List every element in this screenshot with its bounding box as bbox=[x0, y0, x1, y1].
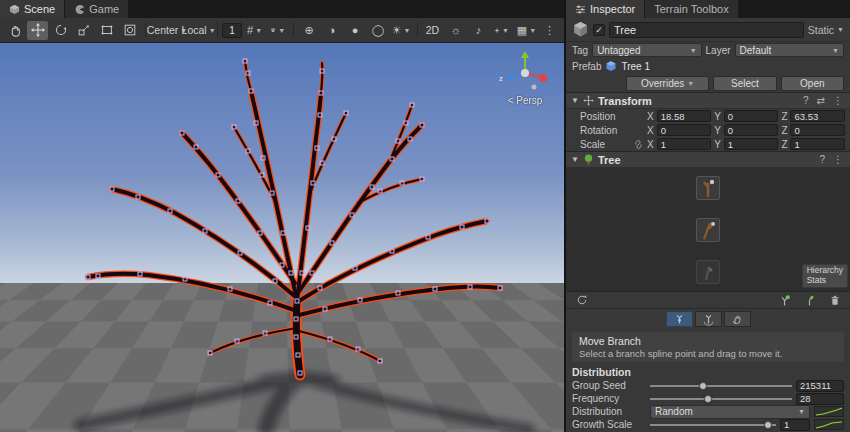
spline-point[interactable] bbox=[208, 351, 213, 356]
spline-point[interactable] bbox=[344, 111, 349, 116]
move-branch-tool[interactable] bbox=[666, 311, 693, 327]
help-icon[interactable]: ? bbox=[817, 154, 827, 165]
spline-point[interactable] bbox=[254, 121, 259, 126]
spline-point[interactable] bbox=[396, 139, 401, 144]
refresh-button[interactable] bbox=[571, 291, 592, 310]
add-branch-group-button[interactable] bbox=[774, 291, 795, 310]
spline-point[interactable] bbox=[216, 173, 221, 178]
spline-point[interactable] bbox=[138, 272, 143, 277]
spline-point[interactable] bbox=[356, 347, 361, 352]
frequency-field[interactable] bbox=[796, 393, 844, 405]
rotation-z-field[interactable] bbox=[790, 124, 845, 136]
spline-point[interactable] bbox=[300, 271, 305, 276]
spline-point[interactable] bbox=[183, 277, 188, 282]
spline-point[interactable] bbox=[315, 146, 320, 151]
spline-point[interactable] bbox=[485, 219, 490, 224]
spline-point[interactable] bbox=[246, 71, 251, 76]
spline-point[interactable] bbox=[420, 123, 425, 128]
spline-point[interactable] bbox=[330, 241, 335, 246]
scene-lighting-button[interactable]: ☼ bbox=[445, 21, 466, 40]
spline-point[interactable] bbox=[263, 331, 268, 336]
grid-snap-dropdown[interactable]: #▼ bbox=[244, 21, 265, 40]
growth-scale-curve-field[interactable] bbox=[814, 419, 844, 430]
tab-terrain-toolbox[interactable]: Terrain Toolbox bbox=[645, 0, 738, 18]
spline-point[interactable] bbox=[306, 226, 311, 231]
spline-point[interactable] bbox=[298, 371, 303, 376]
transform-tool-button[interactable] bbox=[119, 21, 140, 40]
spline-point[interactable] bbox=[228, 287, 233, 292]
spline-point[interactable] bbox=[268, 301, 273, 306]
spline-point[interactable] bbox=[235, 339, 240, 344]
spline-point[interactable] bbox=[353, 266, 358, 271]
spline-point[interactable] bbox=[328, 337, 333, 342]
scale-z-field[interactable] bbox=[790, 138, 845, 150]
grid-size-field[interactable] bbox=[222, 23, 242, 38]
spline-point[interactable] bbox=[280, 263, 285, 268]
spline-point[interactable] bbox=[390, 157, 395, 162]
open-button[interactable]: Open bbox=[781, 76, 844, 91]
scale-x-field[interactable] bbox=[657, 138, 712, 150]
spline-point[interactable] bbox=[168, 209, 173, 214]
spline-point[interactable] bbox=[296, 353, 301, 358]
distribution-dropdown[interactable]: Random▼ bbox=[650, 405, 810, 419]
gizmo-center[interactable] bbox=[521, 69, 529, 77]
spline-point[interactable] bbox=[310, 271, 315, 276]
free-hand-tool[interactable] bbox=[724, 311, 751, 327]
spline-point[interactable] bbox=[318, 286, 323, 291]
gizmo-x-handle[interactable] bbox=[539, 74, 547, 82]
2d-toggle-button[interactable]: 2D bbox=[422, 21, 443, 40]
spline-point[interactable] bbox=[410, 103, 415, 108]
tag-dropdown[interactable]: Untagged▼ bbox=[592, 43, 701, 57]
spline-point[interactable] bbox=[460, 225, 465, 230]
spline-point[interactable] bbox=[246, 149, 251, 154]
kebab-menu-icon[interactable]: ⋮ bbox=[831, 95, 845, 106]
tree-component-header[interactable]: ▼ Tree ? ⋮ bbox=[566, 151, 850, 168]
spline-point[interactable] bbox=[332, 137, 337, 142]
tab-scene[interactable]: Scene bbox=[0, 0, 65, 18]
rect-tool-button[interactable] bbox=[96, 21, 117, 40]
pan-tool-button[interactable] bbox=[4, 21, 25, 40]
spline-point[interactable] bbox=[390, 249, 395, 254]
spline-point[interactable] bbox=[238, 251, 243, 256]
spline-point[interactable] bbox=[468, 285, 473, 290]
presets-icon[interactable]: ⇄ bbox=[815, 95, 827, 106]
rotate-tool-button[interactable] bbox=[50, 21, 71, 40]
tree-hierarchy-canvas[interactable]: Hierarchy Stats bbox=[566, 168, 850, 292]
position-x-field[interactable] bbox=[657, 110, 712, 122]
kebab-menu-icon[interactable]: ⋮ bbox=[831, 154, 845, 165]
frequency-slider[interactable] bbox=[650, 393, 792, 405]
spline-point[interactable] bbox=[378, 189, 383, 194]
spline-point[interactable] bbox=[194, 145, 199, 150]
pivot-mode-dropdown[interactable]: Center ▼ bbox=[150, 21, 181, 40]
gizmo-negative-axis-handle[interactable] bbox=[532, 85, 537, 90]
gizmo-z-cone[interactable] bbox=[504, 74, 513, 80]
snap-toggle-button[interactable]: ▼ bbox=[267, 21, 288, 40]
gameobject-name-field[interactable] bbox=[609, 22, 804, 38]
delete-node-button[interactable] bbox=[824, 291, 845, 310]
spline-point[interactable] bbox=[396, 291, 401, 296]
overlay-menu-button[interactable]: ⋮ bbox=[539, 21, 560, 40]
spline-point[interactable] bbox=[433, 287, 438, 292]
spline-point[interactable] bbox=[260, 173, 265, 178]
static-dropdown[interactable]: Static ▼ bbox=[808, 24, 844, 36]
rotation-x-field[interactable] bbox=[657, 124, 712, 136]
spline-point[interactable] bbox=[358, 298, 363, 303]
effects-dropdown[interactable]: ▼ bbox=[491, 21, 512, 40]
shaded-wire-button[interactable]: ◯ bbox=[368, 21, 389, 40]
spline-point[interactable] bbox=[426, 235, 431, 240]
spline-point[interactable] bbox=[350, 213, 355, 218]
tree-node-leaf[interactable] bbox=[696, 260, 720, 284]
spline-point[interactable] bbox=[318, 113, 323, 118]
foldout-icon[interactable]: ▼ bbox=[571, 96, 579, 105]
spline-point[interactable] bbox=[320, 161, 325, 166]
spline-point[interactable] bbox=[243, 59, 248, 64]
distribution-curve-field[interactable] bbox=[814, 406, 844, 417]
spline-point[interactable] bbox=[281, 231, 286, 236]
spline-point[interactable] bbox=[295, 299, 300, 304]
spline-point[interactable] bbox=[236, 199, 241, 204]
layer-dropdown[interactable]: Default▼ bbox=[735, 43, 844, 57]
spline-point[interactable] bbox=[273, 279, 278, 284]
group-seed-field[interactable] bbox=[796, 380, 844, 392]
spline-point[interactable] bbox=[289, 271, 294, 276]
select-button[interactable]: Select bbox=[713, 76, 776, 91]
